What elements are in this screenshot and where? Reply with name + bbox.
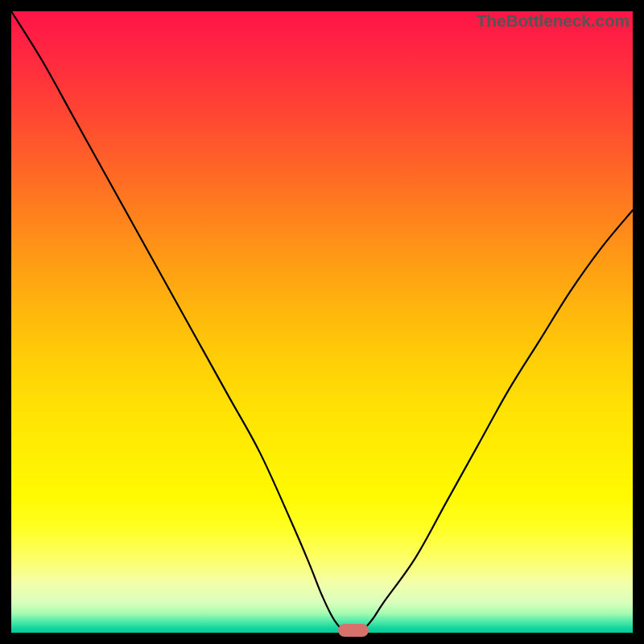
plot-area: TheBottleneck.com	[11, 11, 633, 633]
optimal-marker	[338, 624, 369, 637]
curve-path	[11, 11, 633, 633]
chart-frame: TheBottleneck.com	[0, 0, 644, 644]
bottleneck-curve	[11, 11, 633, 633]
